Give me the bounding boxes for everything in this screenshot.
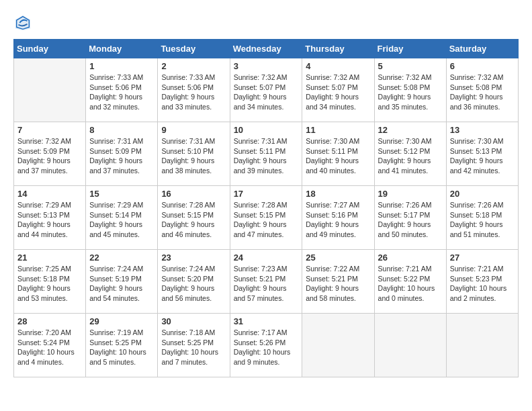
calendar-table: SundayMondayTuesdayWednesdayThursdayFrid… [13,39,519,377]
calendar-cell: 26Sunrise: 7:21 AMSunset: 5:22 PMDayligh… [374,250,446,314]
calendar-cell: 23Sunrise: 7:24 AMSunset: 5:20 PMDayligh… [158,250,230,314]
day-info: Sunrise: 7:33 AMSunset: 5:06 PMDaylight:… [161,73,226,112]
day-number: 5 [378,61,443,71]
day-number: 10 [234,125,299,135]
day-number: 23 [161,253,226,263]
day-info: Sunrise: 7:30 AMSunset: 5:13 PMDaylight:… [450,136,515,176]
calendar-cell [446,314,518,377]
day-number: 31 [234,316,299,326]
day-number: 3 [234,61,299,71]
day-info: Sunrise: 7:28 AMSunset: 5:15 PMDaylight:… [161,200,226,240]
day-number: 16 [161,189,226,199]
day-info: Sunrise: 7:32 AMSunset: 5:07 PMDaylight:… [234,73,299,112]
col-header-friday: Friday [374,40,446,58]
day-number: 12 [378,125,443,135]
day-number: 18 [306,189,370,199]
calendar-cell: 4Sunrise: 7:32 AMSunset: 5:07 PMDaylight… [302,58,374,122]
calendar-cell: 30Sunrise: 7:18 AMSunset: 5:25 PMDayligh… [158,314,230,377]
calendar-week-5: 28Sunrise: 7:20 AMSunset: 5:24 PMDayligh… [14,314,519,377]
calendar-header-row: SundayMondayTuesdayWednesdayThursdayFrid… [14,40,519,58]
col-header-saturday: Saturday [446,40,518,58]
day-info: Sunrise: 7:29 AMSunset: 5:13 PMDaylight:… [17,200,82,240]
day-number: 25 [306,253,370,263]
calendar-cell [14,58,86,122]
day-info: Sunrise: 7:27 AMSunset: 5:16 PMDaylight:… [306,200,370,240]
svg-marker-0 [15,15,30,30]
day-info: Sunrise: 7:25 AMSunset: 5:18 PMDaylight:… [17,264,82,304]
day-info: Sunrise: 7:26 AMSunset: 5:18 PMDaylight:… [450,200,515,240]
calendar-week-3: 14Sunrise: 7:29 AMSunset: 5:13 PMDayligh… [14,186,519,250]
day-info: Sunrise: 7:29 AMSunset: 5:14 PMDaylight:… [89,200,154,240]
day-info: Sunrise: 7:28 AMSunset: 5:15 PMDaylight:… [234,200,299,240]
day-number: 27 [450,253,515,263]
day-info: Sunrise: 7:20 AMSunset: 5:24 PMDaylight:… [17,328,82,367]
calendar-week-1: 1Sunrise: 7:33 AMSunset: 5:06 PMDaylight… [14,58,519,122]
calendar-cell: 9Sunrise: 7:31 AMSunset: 5:10 PMDaylight… [158,122,230,186]
day-info: Sunrise: 7:32 AMSunset: 5:09 PMDaylight:… [17,136,82,176]
day-number: 2 [161,61,226,71]
col-header-sunday: Sunday [14,40,86,58]
calendar-cell: 2Sunrise: 7:33 AMSunset: 5:06 PMDaylight… [158,58,230,122]
day-info: Sunrise: 7:18 AMSunset: 5:25 PMDaylight:… [161,328,226,367]
day-number: 15 [89,189,154,199]
day-info: Sunrise: 7:31 AMSunset: 5:10 PMDaylight:… [161,136,226,176]
day-info: Sunrise: 7:32 AMSunset: 5:07 PMDaylight:… [306,73,370,112]
day-number: 4 [306,61,370,71]
day-number: 21 [17,253,82,263]
calendar-cell: 22Sunrise: 7:24 AMSunset: 5:19 PMDayligh… [86,250,158,314]
calendar-cell: 13Sunrise: 7:30 AMSunset: 5:13 PMDayligh… [446,122,518,186]
day-number: 14 [17,189,82,199]
day-info: Sunrise: 7:31 AMSunset: 5:11 PMDaylight:… [234,136,299,176]
day-info: Sunrise: 7:21 AMSunset: 5:23 PMDaylight:… [450,264,515,304]
calendar-week-2: 7Sunrise: 7:32 AMSunset: 5:09 PMDaylight… [14,122,519,186]
calendar-cell: 1Sunrise: 7:33 AMSunset: 5:06 PMDaylight… [86,58,158,122]
day-number: 22 [89,253,154,263]
calendar-cell: 11Sunrise: 7:30 AMSunset: 5:11 PMDayligh… [302,122,374,186]
logo-icon [13,13,32,32]
day-number: 13 [450,125,515,135]
day-info: Sunrise: 7:19 AMSunset: 5:25 PMDaylight:… [89,328,154,367]
day-number: 1 [89,61,154,71]
col-header-thursday: Thursday [302,40,374,58]
day-info: Sunrise: 7:17 AMSunset: 5:26 PMDaylight:… [234,328,299,367]
day-number: 7 [17,125,82,135]
calendar-cell: 14Sunrise: 7:29 AMSunset: 5:13 PMDayligh… [14,186,86,250]
calendar-cell: 12Sunrise: 7:30 AMSunset: 5:12 PMDayligh… [374,122,446,186]
day-info: Sunrise: 7:30 AMSunset: 5:12 PMDaylight:… [378,136,443,176]
day-number: 30 [161,316,226,326]
calendar-cell: 16Sunrise: 7:28 AMSunset: 5:15 PMDayligh… [158,186,230,250]
col-header-monday: Monday [86,40,158,58]
day-info: Sunrise: 7:32 AMSunset: 5:08 PMDaylight:… [378,73,443,112]
calendar-cell: 10Sunrise: 7:31 AMSunset: 5:11 PMDayligh… [230,122,302,186]
calendar-cell: 8Sunrise: 7:31 AMSunset: 5:09 PMDaylight… [86,122,158,186]
calendar-cell: 6Sunrise: 7:32 AMSunset: 5:08 PMDaylight… [446,58,518,122]
col-header-tuesday: Tuesday [158,40,230,58]
calendar-cell: 25Sunrise: 7:22 AMSunset: 5:21 PMDayligh… [302,250,374,314]
calendar-cell: 20Sunrise: 7:26 AMSunset: 5:18 PMDayligh… [446,186,518,250]
day-info: Sunrise: 7:31 AMSunset: 5:09 PMDaylight:… [89,136,154,176]
day-info: Sunrise: 7:33 AMSunset: 5:06 PMDaylight:… [89,73,154,112]
calendar-cell: 18Sunrise: 7:27 AMSunset: 5:16 PMDayligh… [302,186,374,250]
day-number: 11 [306,125,370,135]
day-number: 19 [378,189,443,199]
day-info: Sunrise: 7:30 AMSunset: 5:11 PMDaylight:… [306,136,370,176]
day-info: Sunrise: 7:21 AMSunset: 5:22 PMDaylight:… [378,264,443,304]
day-number: 8 [89,125,154,135]
day-info: Sunrise: 7:22 AMSunset: 5:21 PMDaylight:… [306,264,370,304]
calendar-cell: 15Sunrise: 7:29 AMSunset: 5:14 PMDayligh… [86,186,158,250]
day-number: 24 [234,253,299,263]
page-header [13,13,519,32]
day-info: Sunrise: 7:23 AMSunset: 5:21 PMDaylight:… [234,264,299,304]
calendar-cell: 19Sunrise: 7:26 AMSunset: 5:17 PMDayligh… [374,186,446,250]
day-number: 29 [89,316,154,326]
day-info: Sunrise: 7:24 AMSunset: 5:20 PMDaylight:… [161,264,226,304]
day-number: 20 [450,189,515,199]
day-number: 26 [378,253,443,263]
calendar-cell: 17Sunrise: 7:28 AMSunset: 5:15 PMDayligh… [230,186,302,250]
calendar-cell: 28Sunrise: 7:20 AMSunset: 5:24 PMDayligh… [14,314,86,377]
calendar-cell [374,314,446,377]
calendar-cell: 31Sunrise: 7:17 AMSunset: 5:26 PMDayligh… [230,314,302,377]
day-number: 28 [17,316,82,326]
col-header-wednesday: Wednesday [230,40,302,58]
calendar-cell: 29Sunrise: 7:19 AMSunset: 5:25 PMDayligh… [86,314,158,377]
